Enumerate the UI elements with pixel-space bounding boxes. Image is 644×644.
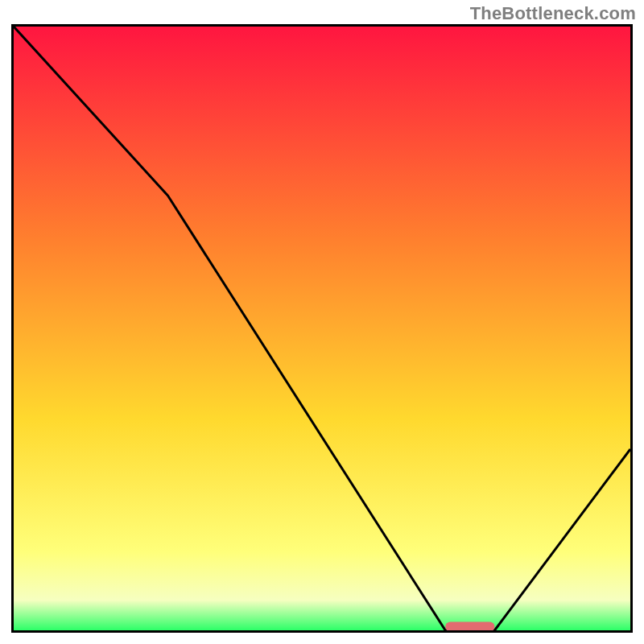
- watermark-text: TheBottleneck.com: [470, 3, 636, 24]
- plot-background: [14, 27, 630, 630]
- plot-svg: [14, 27, 630, 630]
- chart-stage: TheBottleneck.com: [0, 0, 644, 644]
- plot-frame: [11, 24, 633, 633]
- optimal-marker: [445, 622, 494, 631]
